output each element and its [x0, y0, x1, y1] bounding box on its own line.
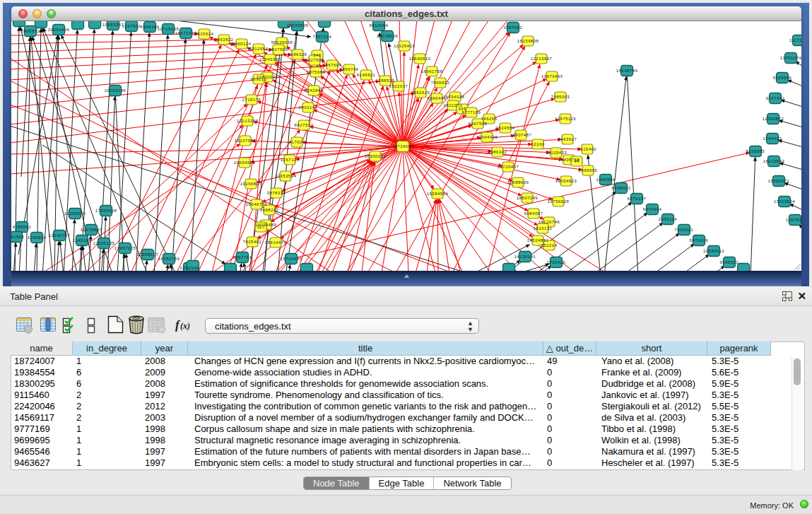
svg-text:10975887: 10975887: [81, 228, 102, 232]
svg-text:7625402: 7625402: [243, 240, 262, 244]
svg-text:989012: 989012: [250, 77, 266, 81]
svg-text:17359928: 17359928: [95, 209, 117, 213]
svg-text:16648784: 16648784: [616, 69, 638, 73]
svg-text:19166827: 19166827: [240, 182, 262, 186]
svg-text:5875685: 5875685: [307, 70, 326, 74]
svg-text:9327508: 9327508: [305, 58, 324, 62]
svg-text:8912954: 8912954: [249, 47, 269, 51]
svg-text:8215955: 8215955: [746, 149, 765, 153]
svg-text:14136141: 14136141: [514, 255, 536, 259]
svg-text:13751074: 13751074: [780, 56, 801, 60]
svg-text:7515524: 7515524: [195, 32, 214, 36]
svg-text:10958107: 10958107: [137, 252, 159, 257]
svg-text:9115460: 9115460: [578, 147, 597, 151]
svg-text:3498222: 3498222: [260, 208, 279, 212]
svg-text:18724007: 18724007: [392, 144, 414, 148]
svg-text:7357224: 7357224: [313, 35, 332, 39]
svg-text:8471626: 8471626: [690, 238, 709, 243]
svg-text:62160: 62160: [531, 142, 544, 146]
svg-text:9227342: 9227342: [766, 96, 785, 100]
svg-text:546: 546: [313, 53, 322, 57]
svg-text:20206576: 20206576: [64, 211, 86, 216]
svg-text:1292346: 1292346: [180, 266, 199, 270]
svg-text:17957225: 17957225: [114, 246, 136, 250]
svg-text:12213967: 12213967: [531, 57, 553, 61]
svg-text:3624554: 3624554: [496, 126, 515, 130]
svg-text:9329966: 9329966: [773, 76, 792, 80]
svg-text:15716485: 15716485: [281, 257, 302, 261]
svg-text:16046786: 16046786: [246, 202, 268, 206]
svg-text:6794028: 6794028: [446, 95, 465, 99]
svg-text:12093872: 12093872: [763, 117, 784, 121]
svg-text:6879197: 6879197: [628, 197, 647, 201]
svg-text:4785061: 4785061: [13, 225, 32, 229]
svg-text:15720407: 15720407: [498, 165, 519, 169]
svg-text:9084067: 9084067: [524, 211, 543, 216]
svg-text:58226058: 58226058: [271, 40, 293, 45]
svg-text:2935114: 2935114: [659, 217, 678, 221]
svg-text:417004: 417004: [288, 140, 305, 144]
svg-text:19384554: 19384554: [427, 192, 449, 196]
svg-text:16033809: 16033809: [287, 23, 309, 28]
svg-text:10807487: 10807487: [510, 133, 532, 137]
svg-text:6497568: 6497568: [469, 122, 488, 126]
svg-text:7663822: 7663822: [215, 37, 234, 42]
svg-text:17016504: 17016504: [774, 199, 796, 204]
svg-text:1117233: 1117233: [789, 38, 801, 42]
svg-text:9146821: 9146821: [357, 73, 376, 77]
svg-text:18807249: 18807249: [517, 196, 539, 200]
svg-text:15692971: 15692971: [768, 179, 790, 183]
svg-text:2718176: 2718176: [242, 98, 261, 102]
svg-text:10653267: 10653267: [102, 23, 124, 27]
svg-text:10973493: 10973493: [541, 74, 563, 78]
svg-text:2867608: 2867608: [323, 63, 342, 67]
svg-text:1733426: 1733426: [547, 260, 566, 264]
svg-text:8938923: 8938923: [612, 186, 631, 190]
svg-text:8322037: 8322037: [389, 84, 408, 88]
svg-text:7955812: 7955812: [431, 81, 450, 85]
svg-text:16671355: 16671355: [175, 31, 197, 35]
svg-text:9463627: 9463627: [558, 137, 577, 141]
svg-text:9242848: 9242848: [305, 88, 324, 93]
svg-text:16782759: 16782759: [158, 257, 180, 261]
svg-text:16154808: 16154808: [517, 39, 539, 43]
svg-text:16914479: 16914479: [265, 240, 287, 245]
svg-text:9699695: 9699695: [579, 168, 598, 173]
svg-text:44: 44: [574, 159, 579, 163]
svg-text:20691406: 20691406: [48, 28, 70, 32]
svg-text:7632621: 7632621: [675, 228, 694, 232]
svg-text:16210643: 16210643: [763, 159, 785, 163]
svg-text:8186328: 8186328: [288, 52, 307, 57]
svg-text:1167533: 1167533: [786, 218, 801, 222]
svg-text:12213369: 12213369: [237, 119, 259, 123]
svg-text:12353594: 12353594: [275, 174, 297, 178]
svg-text:19654923: 19654923: [555, 179, 577, 183]
svg-text:8660124: 8660124: [233, 42, 252, 46]
svg-text:16107552: 16107552: [235, 139, 257, 143]
svg-text:10543382: 10543382: [259, 57, 281, 62]
svg-text:16120746: 16120746: [539, 220, 560, 224]
svg-text:1145194: 1145194: [73, 238, 92, 243]
svg-text:8990448: 8990448: [428, 96, 447, 100]
svg-text:3878334: 3878334: [267, 191, 286, 195]
svg-text:20364436: 20364436: [476, 135, 498, 139]
svg-text:746266: 746266: [481, 117, 497, 121]
svg-text:1156829: 1156829: [28, 235, 47, 240]
svg-text:8427552: 8427552: [295, 123, 314, 127]
svg-text:8813054: 8813054: [370, 23, 389, 28]
svg-text:14524851: 14524851: [527, 238, 549, 243]
svg-text:(x): (x): [180, 321, 190, 331]
svg-text:10654112: 10654112: [703, 249, 724, 253]
svg-text:8454749: 8454749: [340, 67, 359, 71]
svg-text:18300295: 18300295: [365, 154, 387, 158]
svg-text:12505135: 12505135: [93, 241, 115, 245]
svg-text:19654985: 19654985: [234, 160, 256, 165]
svg-text:1527602: 1527602: [122, 24, 141, 28]
svg-text:16961758: 16961758: [421, 69, 443, 74]
svg-text:12942757: 12942757: [49, 233, 71, 238]
svg-text:7485003: 7485003: [551, 95, 570, 99]
svg-text:931591: 931591: [11, 235, 25, 239]
svg-text:1405572: 1405572: [21, 29, 40, 33]
svg-text:9474444: 9474444: [643, 207, 662, 211]
svg-text:11325419: 11325419: [394, 44, 415, 48]
